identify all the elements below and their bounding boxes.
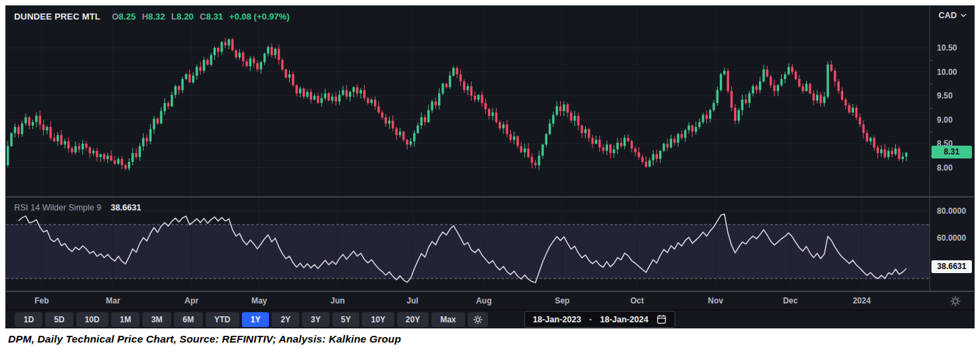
- rsi-chart[interactable]: [6, 198, 929, 291]
- price-tick: 9.00: [937, 115, 952, 125]
- price-minor-tick: [930, 131, 933, 132]
- axis-settings-gear-icon[interactable]: [950, 296, 960, 306]
- rsi-indicator-label[interactable]: RSI 14 Wilder Simple 9: [14, 203, 101, 212]
- range-button-1y[interactable]: 1Y: [242, 312, 270, 327]
- range-button-10d[interactable]: 10D: [76, 312, 109, 327]
- range-button-6m[interactable]: 6M: [174, 312, 203, 327]
- date-range-picker[interactable]: 18-Jan-2023 - 18-Jan-2024: [524, 311, 675, 328]
- range-button-ytd[interactable]: YTD: [206, 312, 239, 327]
- rsi-value-badge: 38.6631: [931, 260, 972, 273]
- date-to: 18-Jan-2024: [600, 315, 648, 324]
- month-label: Dec: [783, 292, 798, 310]
- ohlc-values: O8.25H8.32L8.20C8.31: [112, 11, 223, 22]
- range-button-5y[interactable]: 5Y: [332, 312, 360, 327]
- range-button-3m[interactable]: 3M: [142, 312, 171, 327]
- rsi-tick: 60.0000: [937, 233, 966, 243]
- range-button-3y[interactable]: 3Y: [302, 312, 330, 327]
- range-button-5d[interactable]: 5D: [45, 312, 73, 327]
- price-pane[interactable]: DUNDEE PREC MTL O8.25H8.32L8.20C8.31 +0.…: [6, 6, 929, 196]
- month-label: Jul: [406, 292, 418, 310]
- range-button-max[interactable]: Max: [431, 312, 464, 327]
- change-value: +0.08 (+0.97%): [229, 11, 290, 22]
- rsi-pane[interactable]: RSI 14 Wilder Simple 9 38.6631: [6, 198, 929, 291]
- month-label: Nov: [708, 292, 723, 310]
- month-labels: FebMarAprMayJunJulAugSepOctNovDec2024: [6, 292, 929, 310]
- price-tick: 10.50: [937, 43, 957, 53]
- range-toolbar: 1D5D10D1M3M6MYTD1Y2Y3Y5Y10Y20YMax 18-Jan…: [6, 310, 974, 328]
- range-button-2y[interactable]: 2Y: [272, 312, 299, 327]
- month-label: May: [251, 292, 267, 310]
- price-minor-tick: [930, 108, 933, 109]
- range-button-1m[interactable]: 1M: [111, 312, 140, 327]
- gear-icon: [473, 315, 483, 324]
- time-axis[interactable]: FebMarAprMayJunJulAugSepOctNovDec2024: [6, 291, 974, 310]
- last-price-badge: 8.31: [931, 146, 972, 158]
- ohlc-c: C8.31: [200, 11, 223, 22]
- month-label: 2024: [853, 292, 871, 310]
- range-button-10y[interactable]: 10Y: [362, 312, 394, 327]
- price-tick: 8.00: [937, 163, 952, 173]
- price-tick: 10.00: [937, 67, 957, 77]
- chevron-down-icon: [960, 13, 967, 18]
- month-label: Sep: [555, 292, 570, 310]
- month-label: Aug: [476, 292, 491, 310]
- ohlc-o: O8.25: [112, 11, 135, 22]
- date-from: 18-Jan-2023: [533, 315, 582, 324]
- price-minor-tick: [930, 60, 933, 61]
- price-axis[interactable]: CAD 10.5010.009.509.008.508.00 80.000060…: [929, 6, 975, 291]
- month-label: Jun: [330, 292, 344, 310]
- range-buttons: 1D5D10D1M3M6MYTD1Y2Y3Y5Y10Y20YMax: [15, 312, 468, 327]
- month-label: Oct: [630, 292, 644, 310]
- chart-widget: DUNDEE PREC MTL O8.25H8.32L8.20C8.31 +0.…: [5, 5, 975, 328]
- rsi-header: RSI 14 Wilder Simple 9 38.6631: [14, 203, 141, 212]
- symbol-name: DUNDEE PREC MTL: [14, 11, 100, 22]
- calendar-icon: [656, 314, 667, 324]
- interval-settings-button[interactable]: [468, 312, 488, 327]
- price-minor-tick: [930, 84, 933, 84]
- rsi-tick: 80.0000: [937, 206, 966, 216]
- month-label: Mar: [106, 292, 120, 310]
- month-label: Feb: [34, 292, 49, 310]
- candlestick-chart[interactable]: [6, 6, 929, 196]
- symbol-header: DUNDEE PREC MTL O8.25H8.32L8.20C8.31 +0.…: [14, 11, 290, 22]
- currency-label: CAD: [938, 11, 956, 20]
- currency-dropdown[interactable]: CAD: [930, 11, 975, 20]
- date-separator: -: [589, 315, 592, 324]
- month-label: Apr: [185, 292, 199, 310]
- ohlc-h: H8.32: [142, 11, 165, 22]
- range-button-20y[interactable]: 20Y: [397, 312, 429, 327]
- price-tick: 9.50: [937, 91, 952, 100]
- ohlc-l: L8.20: [171, 11, 193, 22]
- rsi-current-value: 38.6631: [111, 203, 141, 212]
- chart-caption: DPM, Daily Technical Price Chart, Source…: [8, 333, 401, 345]
- range-button-1d[interactable]: 1D: [15, 312, 42, 327]
